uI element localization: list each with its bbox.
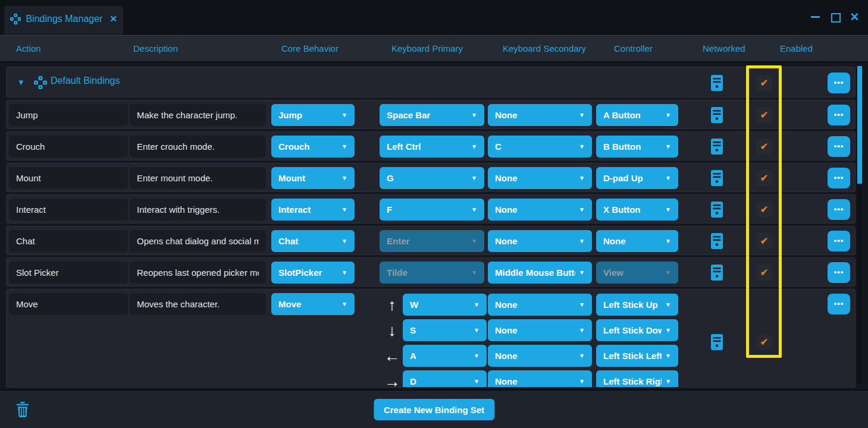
scrollbar-thumb[interactable] [857,66,862,184]
arrow-down-icon: ↓ [383,320,401,341]
description-input[interactable] [130,230,266,252]
dropdown-value: Left Stick Right [603,376,662,386]
keyboard-primary-dropdown[interactable]: Space Bar [380,104,484,126]
controller-dropdown[interactable]: Left Stick Left [596,345,678,367]
keyboard-secondary-dropdown[interactable]: None [488,345,592,367]
vertical-scrollbar[interactable] [857,65,862,383]
controller-dropdown[interactable]: None [596,230,678,252]
core-behavior-dropdown[interactable]: Interact [271,199,355,221]
enabled-checkbox[interactable] [756,334,772,350]
keyboard-primary-dropdown[interactable]: A [403,345,487,367]
chevron-down-icon [341,269,347,276]
options-button[interactable] [828,73,850,93]
keyboard-secondary-dropdown[interactable]: None [488,319,592,341]
keyboard-secondary-dropdown[interactable]: None [488,104,592,126]
core-behavior-dropdown[interactable]: Mount [271,167,355,189]
keyboard-primary-dropdown[interactable]: S [403,319,487,341]
enabled-checkbox[interactable] [756,170,772,186]
core-behavior-dropdown[interactable]: Jump [271,104,355,126]
options-button[interactable] [828,231,850,251]
keyboard-primary-dropdown[interactable]: W [403,294,487,316]
chevron-down-icon [341,143,347,150]
col-keyboard-secondary: Keyboard Secondary [503,43,586,54]
core-behavior-dropdown[interactable]: Crouch [271,136,355,158]
description-input[interactable] [130,262,266,284]
enabled-checkbox[interactable] [756,265,772,281]
controller-dropdown[interactable]: X Button [596,199,678,221]
enabled-checkbox[interactable] [756,202,772,218]
collapse-caret-icon[interactable] [17,78,25,87]
keyboard-secondary-dropdown[interactable]: None [488,294,592,316]
options-button[interactable] [828,168,850,188]
options-button[interactable] [828,105,850,125]
networked-icon [711,233,723,249]
dropdown-value: None [495,351,575,361]
tab-close-icon[interactable] [109,14,117,24]
options-button[interactable] [828,262,850,283]
group-title: Default Bindings [51,75,120,86]
controller-dropdown[interactable]: D-pad Up [596,167,678,189]
options-button[interactable] [828,136,850,157]
dropdown-value: Left Ctrl [387,141,468,152]
chevron-down-icon [579,143,585,150]
keyboard-secondary-dropdown[interactable]: None [488,167,592,189]
description-input[interactable] [130,199,266,221]
enabled-checkbox[interactable] [756,75,772,91]
chevron-down-icon [579,378,585,385]
controller-dropdown[interactable]: B Button [596,136,678,158]
controller-dropdown[interactable]: Left Stick Down [596,319,678,341]
keyboard-primary-dropdown[interactable]: G [380,167,484,189]
keyboard-primary-dropdown[interactable]: F [380,199,484,221]
dropdown-value: F [387,204,468,215]
keyboard-secondary-dropdown[interactable]: C [488,136,592,158]
controller-dropdown[interactable]: A Button [596,104,678,126]
close-button[interactable] [850,12,860,22]
minimize-button[interactable] [810,12,820,22]
core-behavior-dropdown[interactable]: Chat [271,230,355,252]
dropdown-value: SlotPicker [278,268,338,278]
action-input[interactable] [9,230,128,252]
description-input[interactable] [130,104,266,126]
controller-dropdown[interactable]: Left Stick Up [596,294,678,316]
options-button[interactable] [828,199,850,220]
enabled-checkbox[interactable] [756,233,772,249]
enabled-checkbox[interactable] [756,139,772,155]
dropdown-value: Crouch [278,141,338,152]
keyboard-primary-dropdown[interactable]: D [403,370,487,388]
group-row-default-bindings: Default Bindings [6,67,856,97]
options-button[interactable] [828,294,850,314]
keyboard-primary-dropdown: Tilde [380,262,484,284]
create-new-binding-set-button[interactable]: Create New Binding Set [374,399,494,420]
dropdown-value: A Button [603,110,662,120]
keyboard-secondary-dropdown[interactable]: None [488,199,592,221]
dropdown-value: Left Stick Down [603,325,662,335]
action-input[interactable] [9,167,128,189]
arrow-up-icon: ↑ [383,295,401,315]
tab-bindings-manager[interactable]: Bindings Manager [4,6,123,34]
action-input[interactable] [9,104,128,126]
action-input[interactable] [9,199,128,221]
keyboard-secondary-dropdown[interactable]: None [488,370,592,388]
ellipsis-icon [834,173,844,182]
dropdown-value: A [410,351,470,361]
core-behavior-dropdown[interactable]: SlotPicker [271,262,355,284]
keyboard-secondary-dropdown[interactable]: Middle Mouse Button [488,262,592,284]
ellipsis-icon [834,141,844,150]
keyboard-secondary-dropdown[interactable]: None [488,230,592,252]
chevron-down-icon [665,143,671,150]
chevron-down-icon [665,269,671,276]
maximize-button[interactable] [830,12,840,22]
action-input[interactable] [9,262,128,284]
bindings-icon [10,12,21,26]
controller-dropdown[interactable]: Left Stick Right [596,370,678,388]
description-input[interactable] [130,136,266,158]
dropdown-value: Left Stick Up [603,300,662,310]
dropdown-value: D-pad Up [603,173,662,183]
trash-icon[interactable] [17,402,29,417]
action-input[interactable] [9,136,128,158]
enabled-checkbox[interactable] [756,107,772,123]
description-input[interactable] [130,167,266,189]
ellipsis-icon [834,236,844,245]
chevron-down-icon [665,301,671,308]
keyboard-primary-dropdown[interactable]: Left Ctrl [380,136,484,158]
